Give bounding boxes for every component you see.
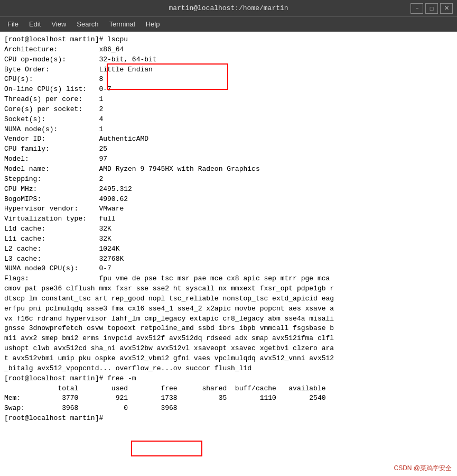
menu-view[interactable]: View <box>46 19 71 29</box>
menu-bar: File Edit View Search Terminal Help <box>0 17 457 32</box>
minimize-button[interactable]: － <box>411 3 423 14</box>
highlight-box-free-command <box>131 441 202 456</box>
menu-terminal[interactable]: Terminal <box>104 19 141 29</box>
terminal-output: [root@localhost martin]# lscpu Architect… <box>4 35 453 424</box>
maximize-button[interactable]: □ <box>425 3 438 14</box>
menu-help[interactable]: Help <box>141 19 165 29</box>
window-title: martin@localhost:/home/martin <box>169 4 288 12</box>
terminal-window[interactable]: [root@localhost martin]# lscpu Architect… <box>0 32 457 476</box>
menu-edit[interactable]: Edit <box>24 19 46 29</box>
watermark: CSDN @菜鸡学安全 <box>394 464 452 473</box>
window-controls[interactable]: － □ ✕ <box>411 3 453 14</box>
title-bar: martin@localhost:/home/martin － □ ✕ <box>0 0 457 17</box>
menu-search[interactable]: Search <box>71 19 104 29</box>
close-button[interactable]: ✕ <box>440 3 453 14</box>
menu-file[interactable]: File <box>2 19 24 29</box>
